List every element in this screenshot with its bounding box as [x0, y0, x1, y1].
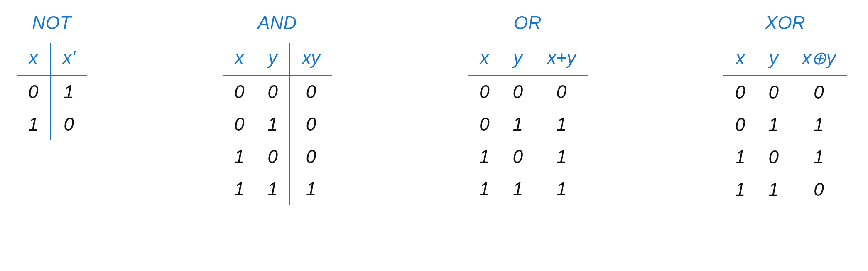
cell: 1 [790, 108, 847, 141]
cell: 1 [290, 173, 332, 205]
table-row: 1 0 1 [723, 141, 847, 173]
and-block: AND x y xy 0 0 0 0 1 0 1 [223, 12, 332, 206]
table-row: 1 0 1 [468, 140, 588, 173]
col-header: y [501, 43, 535, 75]
cell: 0 [790, 76, 847, 108]
cell: 0 [290, 108, 332, 140]
table-header-row: x y x⊕y [723, 43, 847, 76]
and-table-wrap: x y xy 0 0 0 0 1 0 1 0 0 [223, 43, 332, 205]
cell: 0 [757, 76, 790, 108]
and-table: x y xy 0 0 0 0 1 0 1 0 0 [223, 43, 332, 205]
col-header: y [256, 43, 290, 75]
cell: 1 [723, 173, 757, 206]
cell: 0 [501, 140, 535, 173]
cell: 1 [223, 140, 256, 173]
col-header: y [757, 43, 790, 76]
or-table: x y x+y 0 0 0 0 1 1 1 0 1 [468, 43, 588, 205]
cell: 0 [290, 140, 332, 173]
cell: 0 [723, 108, 757, 141]
cell: 1 [535, 108, 588, 140]
and-title: AND [257, 12, 297, 33]
cell: 0 [468, 108, 501, 140]
cell: 1 [50, 75, 86, 108]
table-row: 0 1 [17, 75, 87, 108]
cell: 1 [223, 173, 256, 205]
or-table-wrap: x y x+y 0 0 0 0 1 1 1 0 1 [468, 43, 588, 205]
cell: 0 [256, 75, 290, 108]
cell: 1 [501, 108, 535, 140]
table-row: 0 1 1 [723, 108, 847, 141]
table-row: 0 0 0 [723, 76, 847, 108]
table-row: 1 1 1 [223, 173, 332, 205]
cell: 1 [723, 141, 757, 173]
col-header: x [223, 43, 256, 75]
not-block: NOT x x' 0 1 1 0 [17, 12, 87, 206]
cell: 0 [468, 75, 501, 108]
cell: 1 [17, 108, 50, 140]
cell: 0 [223, 108, 256, 140]
cell: 0 [757, 141, 790, 173]
cell: 0 [501, 75, 535, 108]
table-row: 0 0 0 [223, 75, 332, 108]
table-header-row: x y xy [223, 43, 332, 75]
col-header: x [468, 43, 501, 75]
table-row: 1 1 1 [468, 173, 588, 205]
col-header: xy [290, 43, 332, 75]
table-row: 1 1 0 [723, 173, 847, 206]
table-row: 0 1 1 [468, 108, 588, 140]
xor-table-wrap: x y x⊕y 0 0 0 0 1 1 1 0 1 [723, 43, 847, 206]
col-header: x⊕y [790, 43, 847, 76]
cell: 0 [790, 173, 847, 206]
table-header-row: x x' [17, 43, 87, 75]
cell: 0 [50, 108, 86, 140]
cell: 0 [290, 75, 332, 108]
cell: 0 [723, 76, 757, 108]
table-header-row: x y x+y [468, 43, 588, 75]
cell: 1 [757, 108, 790, 141]
cell: 0 [17, 75, 50, 108]
col-header: x' [50, 43, 86, 75]
table-row: 0 1 0 [223, 108, 332, 140]
xor-title: XOR [765, 12, 806, 33]
cell: 1 [757, 173, 790, 206]
xor-block: XOR x y x⊕y 0 0 0 0 1 1 1 [723, 12, 847, 206]
table-row: 1 0 [17, 108, 87, 140]
cell: 1 [256, 108, 290, 140]
cell: 0 [535, 75, 588, 108]
truth-tables-container: NOT x x' 0 1 1 0 AND [17, 12, 847, 206]
table-row: 0 0 0 [468, 75, 588, 108]
table-row: 1 0 0 [223, 140, 332, 173]
cell: 0 [256, 140, 290, 173]
cell: 1 [535, 140, 588, 173]
cell: 1 [501, 173, 535, 205]
cell: 1 [790, 141, 847, 173]
or-block: OR x y x+y 0 0 0 0 1 1 1 [468, 12, 588, 206]
cell: 1 [468, 140, 501, 173]
col-header: x [723, 43, 757, 76]
cell: 1 [535, 173, 588, 205]
cell: 0 [223, 75, 256, 108]
cell: 1 [468, 173, 501, 205]
col-header: x+y [535, 43, 588, 75]
not-table: x x' 0 1 1 0 [17, 43, 87, 140]
xor-table: x y x⊕y 0 0 0 0 1 1 1 0 1 [723, 43, 847, 206]
not-title: NOT [32, 12, 71, 33]
not-table-wrap: x x' 0 1 1 0 [17, 43, 87, 140]
cell: 1 [256, 173, 290, 205]
col-header: x [17, 43, 50, 75]
or-title: OR [514, 12, 542, 33]
